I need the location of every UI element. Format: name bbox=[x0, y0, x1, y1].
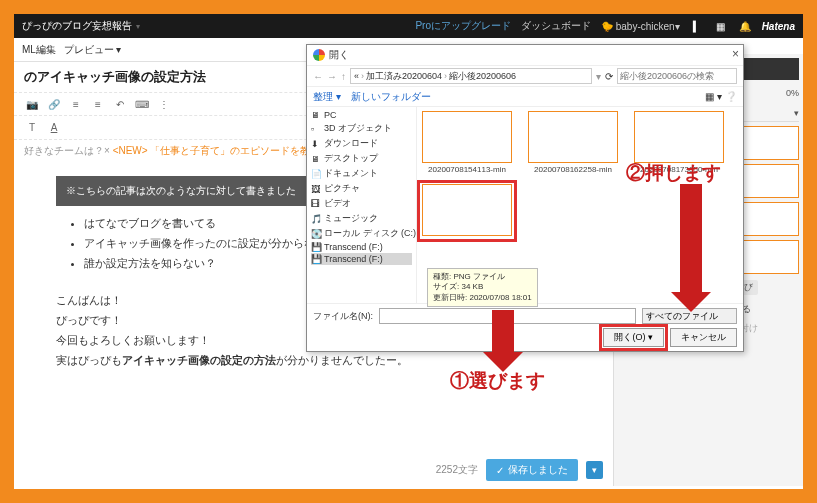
dashboard-link[interactable]: ダッシュボード bbox=[521, 19, 591, 33]
tool-link-icon[interactable]: 🔗 bbox=[46, 96, 62, 112]
grid-icon[interactable]: ▦ bbox=[714, 19, 728, 33]
tag-text[interactable]: 「仕事と子育て」のエピソードを教えて bbox=[150, 145, 330, 156]
tag-new: <NEW> bbox=[113, 145, 148, 156]
file-item[interactable]: 20200708173850-min bbox=[633, 111, 725, 174]
tool-text-icon[interactable]: T bbox=[24, 120, 40, 136]
blog-title[interactable]: ぴっぴのブログ妄想報告 bbox=[22, 19, 132, 33]
tool-more-icon[interactable]: ⋮ bbox=[156, 96, 172, 112]
file-item[interactable]: 20200708154113-min bbox=[421, 111, 513, 174]
file-item[interactable]: 20200708162258-min bbox=[527, 111, 619, 174]
tool-kbd-icon[interactable]: ⌨ bbox=[134, 96, 150, 112]
nav-back-icon[interactable]: ← bbox=[313, 71, 323, 82]
tab-ml-edit[interactable]: ML編集 bbox=[22, 43, 56, 57]
tab-preview[interactable]: プレビュー bbox=[64, 43, 121, 57]
bell-icon[interactable]: 🔔 bbox=[738, 19, 752, 33]
tool-undo-icon[interactable]: ↶ bbox=[112, 96, 128, 112]
hatena-logo[interactable]: Hatena bbox=[762, 21, 795, 32]
tool-list2-icon[interactable]: ≡ bbox=[90, 96, 106, 112]
organize-menu[interactable]: 整理 ▾ bbox=[313, 90, 341, 104]
upgrade-link[interactable]: Proにアップグレード bbox=[415, 19, 511, 33]
tag-question[interactable]: 好きなチームは？× bbox=[24, 145, 110, 156]
annotation-arrow-2 bbox=[680, 184, 702, 294]
save-button[interactable]: ✓ 保存しました bbox=[486, 459, 578, 481]
breadcrumb[interactable]: «› 加工済み20200604› 縮小後20200606 bbox=[350, 68, 592, 84]
filename-label: ファイル名(N): bbox=[313, 310, 373, 323]
file-item-selected[interactable] bbox=[421, 184, 513, 238]
thumb-item[interactable] bbox=[741, 240, 799, 274]
tool-list1-icon[interactable]: ≡ bbox=[68, 96, 84, 112]
user-menu[interactable]: 🐤 baby-chicken▾ bbox=[601, 21, 680, 32]
folder-tree[interactable]: 🖥PC ▫3D オブジェクト ⬇ダウンロード 🖥デスクトップ 📄ドキュメント 🖼… bbox=[307, 107, 417, 303]
title-caret-icon: ▾ bbox=[136, 22, 140, 31]
user-name: baby-chicken bbox=[616, 21, 675, 32]
cancel-button[interactable]: キャンセル bbox=[670, 328, 737, 347]
chrome-icon bbox=[313, 49, 325, 61]
bookmark-icon[interactable]: ▍ bbox=[690, 19, 704, 33]
view-icon[interactable]: ▦ ▾ bbox=[705, 91, 722, 102]
user-icon: 🐤 bbox=[601, 21, 613, 32]
close-icon[interactable]: × bbox=[732, 47, 739, 61]
dialog-title: 開く bbox=[329, 48, 349, 62]
thumb-item[interactable] bbox=[741, 164, 799, 198]
refresh-icon[interactable]: ⟳ bbox=[605, 71, 613, 82]
char-count: 2252文字 bbox=[436, 463, 478, 477]
save-menu[interactable]: ▾ bbox=[586, 461, 603, 479]
tool-color-icon[interactable]: A bbox=[46, 120, 62, 136]
help-icon[interactable]: ❔ bbox=[725, 91, 737, 102]
thumb-item[interactable] bbox=[741, 202, 799, 236]
annotation-arrow-1 bbox=[492, 310, 514, 354]
file-tooltip: 種類: PNG ファイル サイズ: 34 KB 更新日時: 2020/07/08… bbox=[427, 268, 538, 307]
thumb-item[interactable] bbox=[741, 126, 799, 160]
nav-up-icon[interactable]: ↑ bbox=[341, 71, 346, 82]
open-button[interactable]: 開く(O) ▾ bbox=[603, 328, 664, 347]
search-input[interactable] bbox=[617, 68, 737, 84]
new-folder-button[interactable]: 新しいフォルダー bbox=[351, 90, 431, 104]
tool-photo-icon[interactable]: 📷 bbox=[24, 96, 40, 112]
nav-fwd-icon[interactable]: → bbox=[327, 71, 337, 82]
